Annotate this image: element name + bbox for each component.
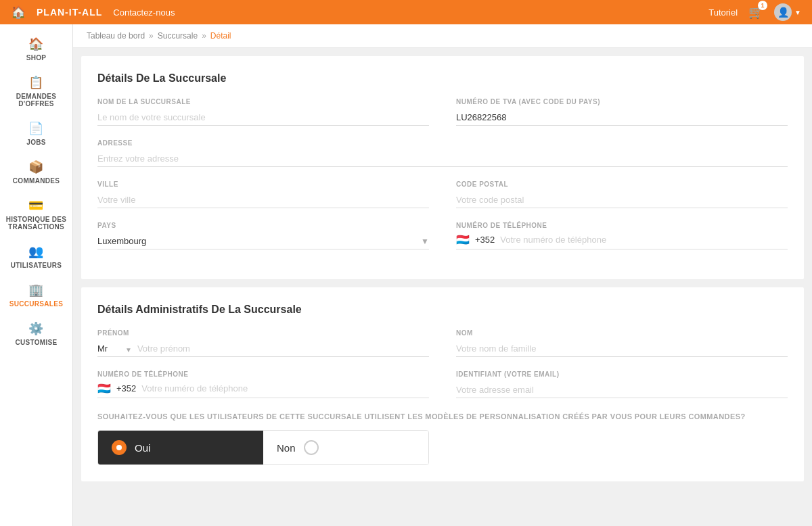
form-group-nom: NOM [456,329,788,357]
sidebar-item-shop[interactable]: 🏠 SHOP [0,30,72,68]
sidebar-item-demandes[interactable]: 📋 DEMANDES D'OFFRES [0,68,72,114]
toggle-options: Oui Non [97,430,429,465]
breadcrumb-arrow2: » [202,31,206,41]
tva-label: NUMÉRO DE TVA (AVEC CODE DU PAYS) [456,98,788,105]
top-navigation: 🏠 PLAN-IT-ALL Contactez-nous Tutoriel 🛒 … [0,0,812,24]
breadcrumb-detail: Détail [210,31,231,41]
form-group-tel: NUMÉRO DE TÉLÉPHONE 🇱🇺 +352 [456,222,788,249]
ville-input[interactable] [97,192,429,208]
user-avatar-button[interactable]: 👤 ▼ [774,3,801,21]
topnav-left: 🏠 PLAN-IT-ALL Contactez-nous [11,5,175,20]
form-group-pays: PAYS Luxembourg France Belgique Allemagn… [97,222,429,249]
breadcrumb-arrow1: » [149,31,154,41]
nom-admin-label: NOM [456,329,788,337]
form-group-admin-tel: NUMÉRO DE TÉLÉPHONE 🇱🇺 +352 [97,370,429,398]
tel-input[interactable] [500,235,788,245]
main-layout: 🏠 SHOP 📋 DEMANDES D'OFFRES 📄 JOBS 📦 COMM… [0,24,812,526]
demandes-icon: 📋 [28,75,43,90]
email-input[interactable] [456,382,788,398]
sidebar-item-historique[interactable]: 💳 HISTORIQUE DES TRANSACTIONS [0,191,72,237]
code-postal-label: CODE POSTAL [456,181,788,188]
toggle-non-radio [304,440,319,455]
phone-wrapper: 🇱🇺 +352 [456,233,788,249]
nom-admin-input[interactable] [456,341,788,357]
toggle-oui-radio [112,440,127,455]
nom-input[interactable] [97,110,429,126]
code-postal-input[interactable] [456,192,788,208]
card1-title: Détails De La Succursale [97,72,788,85]
form-group-email: IDENTIFIANT (VOTRE EMAIL) [456,370,788,398]
toggle-oui-option[interactable]: Oui [98,431,263,464]
title-chevron-icon: ▼ [125,346,132,354]
pays-select[interactable]: Luxembourg France Belgique Allemagne [97,233,429,249]
admin-phone-wrapper: 🇱🇺 +352 [97,382,429,398]
breadcrumb-tableau[interactable]: Tableau de bord [87,31,145,41]
sidebar-item-commandes[interactable]: 📦 COMMANDES [0,153,72,191]
shop-icon: 🏠 [28,37,43,51]
form-row-adresse: ADRESSE [97,139,788,167]
toggle-oui-label: Oui [135,442,150,454]
form-group-adresse: ADRESSE [97,139,788,167]
admin-tel-label: NUMÉRO DE TÉLÉPHONE [97,370,429,378]
form-group-tva: NUMÉRO DE TVA (AVEC CODE DU PAYS) [456,98,788,126]
customise-icon: ⚙️ [28,321,43,336]
form-group-prenom: PRÉNOM Mr Mme ▼ [97,329,429,357]
sidebar-label-demandes: DEMANDES D'OFFRES [4,93,68,107]
contact-link[interactable]: Contactez-nous [113,7,175,18]
sidebar-item-customise[interactable]: ⚙️ CUSTOMISE [0,314,72,353]
form-row-nom-tva: NOM DE LA SUCCURSALE NUMÉRO DE TVA (AVEC… [97,98,788,126]
sidebar-label-jobs: JOBS [26,139,45,146]
sidebar: 🏠 SHOP 📋 DEMANDES D'OFFRES 📄 JOBS 📦 COMM… [0,24,73,526]
sidebar-item-utilisateurs[interactable]: 👥 UTILISATEURS [0,237,72,276]
commandes-icon: 📦 [28,160,43,174]
toggle-question: SOUHAITEZ-VOUS QUE LES UTILISATEURS DE C… [97,412,788,422]
form-row-pays-tel: PAYS Luxembourg France Belgique Allemagn… [97,222,788,249]
toggle-non-option[interactable]: Non [263,431,428,464]
title-select[interactable]: Mr Mme [97,341,120,356]
historique-icon: 💳 [28,198,43,213]
sidebar-item-jobs[interactable]: 📄 JOBS [0,114,72,153]
form-row-prenom-nom: PRÉNOM Mr Mme ▼ NOM [97,329,788,357]
tutoriel-button[interactable]: Tutoriel [708,7,738,18]
card-details-succursale: Détails De La Succursale NOM DE LA SUCCU… [81,56,804,279]
sidebar-label-commandes: COMMANDES [13,177,60,185]
toggle-non-label: Non [277,442,296,454]
pays-select-wrapper: Luxembourg France Belgique Allemagne ▼ [97,233,429,249]
adresse-input[interactable] [97,151,788,167]
pays-label: PAYS [97,222,429,229]
form-group-ville: VILLE [97,181,429,208]
card2-title: Détails Administratifs De La Succursale [97,304,788,316]
tel-label: NUMÉRO DE TÉLÉPHONE [456,222,788,229]
prenom-input[interactable] [137,341,429,356]
tva-input[interactable] [456,110,788,126]
lux-flag-admin-icon: 🇱🇺 [97,382,111,395]
cart-badge: 1 [758,1,767,10]
luxembourg-flag-icon: 🇱🇺 [456,233,470,246]
app-logo: PLAN-IT-ALL [37,7,102,18]
breadcrumb-succursale[interactable]: Succursale [158,31,198,41]
sidebar-label-shop: SHOP [26,54,47,62]
cart-button[interactable]: 🛒 1 [748,5,763,20]
topnav-right: Tutoriel 🛒 1 👤 ▼ [708,3,801,21]
avatar-circle: 👤 [774,3,792,21]
form-row-tel-email: NUMÉRO DE TÉLÉPHONE 🇱🇺 +352 IDENTIFIANT … [97,370,788,398]
admin-tel-input[interactable] [141,383,429,393]
sidebar-label-succursales: SUCCURSALES [9,300,63,308]
email-label: IDENTIFIANT (VOTRE EMAIL) [456,370,788,378]
main-content: Tableau de bord » Succursale » Détail Dé… [73,24,812,526]
toggle-section: SOUHAITEZ-VOUS QUE LES UTILISATEURS DE C… [97,412,788,465]
card-details-admin: Détails Administratifs De La Succursale … [81,287,804,481]
utilisateurs-icon: 👥 [28,244,43,259]
home-icon[interactable]: 🏠 [11,5,26,20]
sidebar-label-utilisateurs: UTILISATEURS [11,262,62,269]
sidebar-label-customise: CUSTOMISE [16,339,58,346]
nom-label: NOM DE LA SUCCURSALE [97,98,429,105]
sidebar-label-historique: HISTORIQUE DES TRANSACTIONS [4,216,68,231]
phone-code: +352 [475,235,495,245]
ville-label: VILLE [97,181,429,188]
breadcrumb: Tableau de bord » Succursale » Détail [73,24,812,48]
title-prenom-wrapper: Mr Mme ▼ [97,341,429,357]
jobs-icon: 📄 [28,121,43,136]
admin-phone-code: +352 [116,383,136,393]
sidebar-item-succursales[interactable]: 🏢 SUCCURSALES [0,276,72,314]
